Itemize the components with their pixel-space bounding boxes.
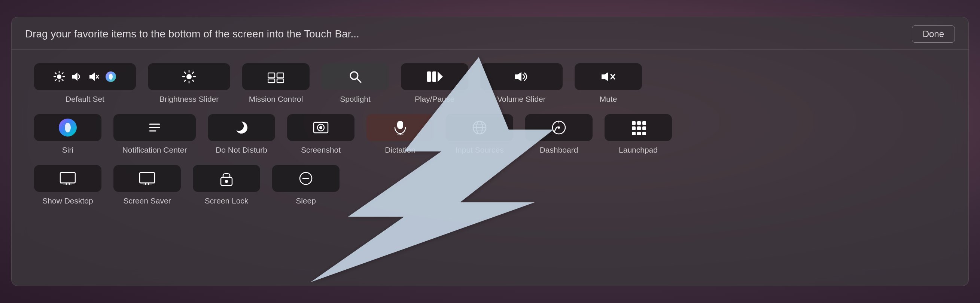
siri-label: Siri: [62, 146, 73, 154]
do-not-disturb-label: Do Not Disturb: [216, 146, 267, 154]
svg-rect-26: [268, 79, 275, 82]
svg-rect-24: [268, 73, 275, 78]
svg-rect-56: [632, 121, 636, 125]
siri-button[interactable]: [34, 114, 102, 141]
screen-lock-label: Screen Lock: [205, 197, 248, 205]
volume-slider-button[interactable]: [480, 63, 563, 90]
svg-point-55: [558, 127, 560, 128]
item-screenshot: Screenshot: [287, 114, 355, 154]
svg-rect-61: [642, 127, 646, 130]
row-3: Show Desktop Screen Saver: [34, 165, 946, 205]
svg-point-38: [65, 123, 71, 132]
screen-saver-button[interactable]: [113, 165, 181, 192]
svg-point-14: [109, 74, 113, 80]
item-mute: Mute: [574, 63, 642, 104]
row-1: Default Set Brightness Slider: [34, 63, 946, 104]
dashboard-label: Dashboard: [540, 146, 578, 154]
panel-header: Drag your favorite items to the bottom o…: [12, 17, 968, 50]
svg-line-23: [192, 72, 194, 74]
item-launchpad: Launchpad: [605, 114, 672, 154]
item-siri: Siri: [34, 114, 102, 154]
brightness-slider-label: Brightness Slider: [159, 95, 219, 104]
dictation-label: Dictation: [385, 146, 415, 154]
screenshot-button[interactable]: [287, 114, 355, 141]
svg-marker-9: [72, 73, 78, 81]
volume-mini-icon: [69, 69, 84, 84]
svg-rect-65: [60, 173, 75, 183]
siri-mini-icon: [103, 69, 118, 84]
svg-line-6: [62, 80, 63, 81]
brightness-mini-icon: [52, 69, 67, 84]
svg-rect-63: [637, 132, 641, 135]
mute-button[interactable]: [574, 63, 642, 90]
item-notification-center: Notification Center: [113, 114, 196, 154]
item-screen-saver: Screen Saver: [113, 165, 181, 205]
launchpad-button[interactable]: [605, 114, 672, 141]
svg-line-7: [55, 80, 56, 81]
item-dictation: Dictation: [366, 114, 434, 154]
instruction-text: Drag your favorite items to the bottom o…: [25, 28, 360, 40]
svg-rect-57: [637, 121, 641, 125]
item-play-pause: Play/Pause: [401, 63, 468, 104]
svg-point-15: [186, 74, 192, 79]
play-pause-button[interactable]: [401, 63, 468, 90]
svg-rect-45: [397, 121, 403, 129]
item-volume-slider: Volume Slider: [480, 63, 563, 104]
play-pause-label: Play/Pause: [415, 95, 455, 104]
default-set-label: Default Set: [65, 95, 105, 104]
svg-rect-62: [632, 132, 636, 135]
svg-rect-25: [277, 73, 284, 78]
spotlight-button[interactable]: [321, 63, 389, 90]
svg-point-0: [57, 75, 61, 79]
screenshot-label: Screenshot: [301, 146, 340, 154]
brightness-slider-button[interactable]: [148, 63, 230, 90]
mute-label: Mute: [600, 95, 617, 104]
svg-rect-59: [632, 127, 636, 130]
svg-rect-27: [277, 79, 284, 82]
svg-line-29: [357, 78, 361, 82]
sleep-button[interactable]: [272, 165, 339, 192]
items-grid: Default Set Brightness Slider: [12, 50, 968, 286]
svg-rect-64: [642, 132, 646, 135]
svg-point-76: [225, 180, 228, 183]
input-sources-button[interactable]: [446, 114, 513, 141]
svg-rect-30: [427, 71, 431, 82]
item-brightness-slider: Brightness Slider: [148, 63, 230, 104]
touch-bar-panel: Drag your favorite items to the bottom o…: [11, 17, 969, 286]
screen-lock-button[interactable]: [193, 165, 260, 192]
sleep-label: Sleep: [296, 197, 316, 205]
volume-slider-label: Volume Slider: [497, 95, 546, 104]
svg-point-44: [319, 126, 322, 129]
item-sleep: Sleep: [272, 165, 339, 205]
svg-marker-10: [89, 73, 95, 81]
svg-rect-31: [432, 71, 436, 82]
item-do-not-disturb: Do Not Disturb: [208, 114, 275, 154]
svg-line-21: [192, 80, 194, 82]
row-2: Siri Notification Center: [34, 114, 946, 154]
default-set-button[interactable]: [34, 63, 136, 90]
mission-control-label: Mission Control: [249, 95, 303, 104]
mission-control-button[interactable]: [242, 63, 310, 90]
spotlight-label: Spotlight: [340, 95, 371, 104]
do-not-disturb-button[interactable]: [208, 114, 275, 141]
launchpad-label: Launchpad: [619, 146, 658, 154]
dashboard-button[interactable]: [525, 114, 593, 141]
svg-marker-32: [438, 71, 443, 82]
svg-rect-58: [642, 121, 646, 125]
svg-marker-33: [515, 72, 522, 81]
item-show-desktop: Show Desktop: [34, 165, 102, 205]
notification-center-button[interactable]: [113, 114, 196, 141]
item-default-set: Default Set: [34, 63, 136, 104]
show-desktop-button[interactable]: [34, 165, 102, 192]
svg-marker-34: [601, 72, 608, 81]
svg-line-22: [185, 80, 186, 82]
item-mission-control: Mission Control: [242, 63, 310, 104]
done-button[interactable]: Done: [912, 25, 955, 43]
svg-line-8: [62, 73, 63, 74]
dictation-button[interactable]: [366, 114, 434, 141]
svg-line-20: [185, 72, 186, 74]
item-input-sources: Input Sources: [446, 114, 513, 154]
show-desktop-label: Show Desktop: [42, 197, 93, 205]
item-screen-lock: Screen Lock: [193, 165, 260, 205]
item-dashboard: Dashboard: [525, 114, 593, 154]
